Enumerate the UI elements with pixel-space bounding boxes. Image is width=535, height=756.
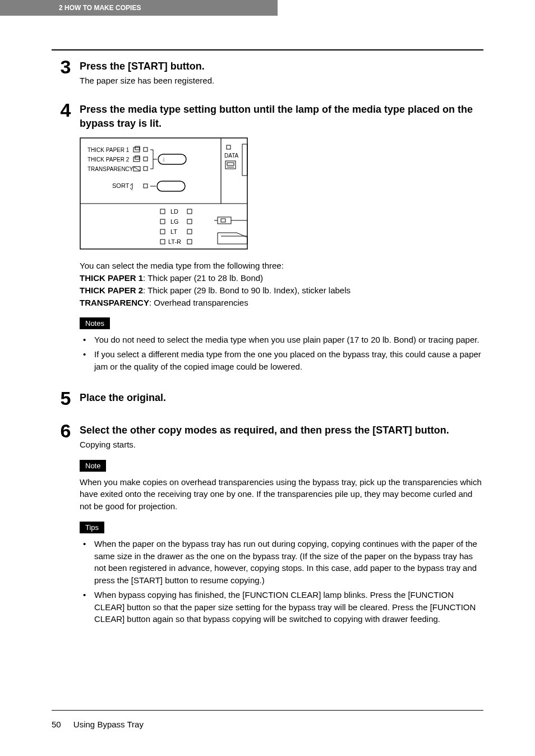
footer-text: 50 Using Bypass Tray	[52, 720, 483, 729]
svg-rect-10	[144, 157, 147, 161]
section-title: Using Bypass Tray	[73, 720, 144, 729]
label-transparency: TRANSPARENCY	[87, 166, 133, 172]
step-4: 4 Press the media type setting button un…	[52, 100, 483, 375]
sort-button[interactable]	[157, 181, 185, 191]
list-item: If you select a different media type fro…	[87, 348, 483, 373]
list-item: When bypass copying has finished, the [F…	[87, 589, 483, 625]
step-number: 3	[52, 57, 80, 76]
divider-top	[52, 49, 483, 50]
chapter-label: 2 HOW TO MAKE COPIES	[59, 4, 141, 12]
step-title: Place the original.	[80, 391, 483, 405]
note-tag: Note	[80, 460, 106, 472]
content-area: 3 Press the [START] button. The paper si…	[0, 16, 535, 628]
label-data: DATA	[224, 153, 239, 159]
svg-rect-6	[135, 156, 140, 159]
step-number: 4	[52, 100, 80, 119]
label-ltr: LT-R	[168, 238, 181, 245]
media-description: You can select the media type from the f…	[80, 260, 483, 308]
page-number: 50	[52, 720, 61, 729]
svg-rect-26	[187, 239, 192, 244]
step-title: Select the other copy modes as required,…	[80, 423, 483, 437]
tips-list: When the paper on the bypass tray has ru…	[80, 538, 483, 625]
notes-list: You do not need to select the media type…	[80, 334, 483, 372]
svg-rect-9	[144, 147, 147, 151]
header-bar: 2 HOW TO MAKE COPIES	[0, 0, 278, 16]
control-panel-diagram: THICK PAPER 1 THICK PAPER 2 TRANSPARENCY…	[80, 137, 483, 252]
svg-line-8	[133, 167, 140, 171]
svg-rect-27	[218, 217, 231, 224]
note-text: When you make copies on overhead transpa…	[80, 476, 483, 513]
divider-bottom	[52, 710, 483, 711]
media-type-line: THICK PAPER 1: Thick paper (21 to 28 lb.…	[80, 272, 483, 284]
svg-rect-11	[144, 167, 147, 170]
step-body: Select the other copy modes as required,…	[80, 421, 483, 628]
svg-rect-25	[160, 239, 165, 244]
step-text: The paper size has been registered.	[80, 75, 483, 87]
step-title: Press the media type setting button unti…	[80, 103, 483, 131]
svg-rect-21	[160, 219, 165, 224]
step-body: Press the media type setting button unti…	[80, 100, 483, 375]
svg-rect-19	[160, 209, 165, 214]
svg-rect-18	[242, 144, 247, 176]
step-text: Copying starts.	[80, 439, 483, 451]
step-5: 5 Place the original.	[52, 389, 483, 408]
list-item: When the paper on the bypass tray has ru…	[87, 538, 483, 587]
label-lg: LG	[170, 218, 179, 225]
svg-rect-28	[221, 219, 225, 222]
step-body: Place the original.	[80, 389, 483, 405]
label-thick1: THICK PAPER 1	[87, 147, 130, 153]
label-thick2: THICK PAPER 2	[87, 156, 130, 163]
svg-rect-20	[187, 209, 192, 214]
step-body: Press the [START] button. The paper size…	[80, 57, 483, 87]
svg-rect-12	[144, 184, 147, 188]
media-intro: You can select the media type from the f…	[80, 260, 483, 272]
svg-rect-16	[227, 163, 234, 165]
label-ld: LD	[170, 208, 178, 215]
step-title: Press the [START] button.	[80, 59, 483, 73]
notes-tag: Notes	[80, 317, 110, 329]
label-lt: LT	[170, 228, 177, 235]
step-number: 6	[52, 421, 80, 440]
svg-rect-22	[187, 219, 192, 224]
step-6: 6 Select the other copy modes as require…	[52, 421, 483, 628]
label-sort: SORT	[112, 182, 130, 189]
media-type-line: TRANSPARENCY: Overhead transparencies	[80, 297, 483, 309]
footer: 50 Using Bypass Tray	[52, 710, 483, 729]
step-number: 5	[52, 389, 80, 408]
svg-rect-4	[135, 146, 140, 150]
tips-tag: Tips	[80, 522, 104, 533]
media-type-line: THICK PAPER 2: Thick paper (29 lb. Bond …	[80, 284, 483, 297]
panel-svg: THICK PAPER 1 THICK PAPER 2 TRANSPARENCY…	[80, 137, 248, 250]
svg-rect-14	[227, 145, 230, 149]
media-type-button[interactable]	[158, 154, 186, 164]
svg-rect-23	[160, 229, 165, 234]
list-item: You do not need to select the media type…	[87, 334, 483, 346]
svg-rect-24	[187, 229, 192, 234]
step-3: 3 Press the [START] button. The paper si…	[52, 57, 483, 87]
